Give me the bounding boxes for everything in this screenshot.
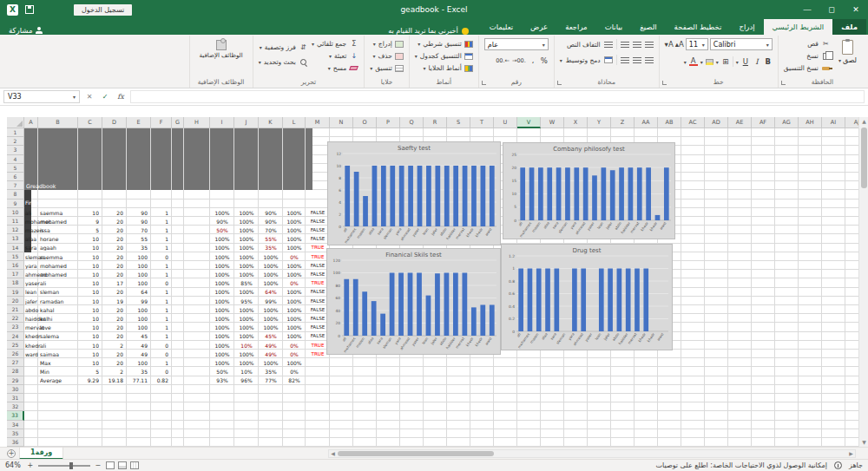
row-header-18[interactable]: 18 xyxy=(7,278,24,287)
row-header-12[interactable]: 12 xyxy=(7,226,24,234)
row-header-21[interactable]: 21 xyxy=(7,305,24,314)
add-sheet-button[interactable]: + xyxy=(7,449,16,458)
column-header-E[interactable]: E xyxy=(127,117,151,128)
scroll-down-icon[interactable]: ▼ xyxy=(859,438,868,447)
excel-logo-icon[interactable]: X xyxy=(7,4,18,16)
column-header-Z[interactable]: Z xyxy=(611,117,635,128)
zoom-level[interactable]: 64% xyxy=(5,461,21,469)
row-header-22[interactable]: 22 xyxy=(7,314,24,323)
column-header-AD[interactable]: AD xyxy=(705,117,728,128)
number-format-select[interactable]: عام▾ xyxy=(484,38,549,50)
tab-formulas[interactable]: الصيغ xyxy=(631,19,665,35)
column-header-A[interactable]: A xyxy=(24,117,38,128)
format-cells-button[interactable]: تنسيق▾ xyxy=(370,62,404,74)
comma-style-icon[interactable]: ، xyxy=(529,56,537,65)
paste-button[interactable]: لصق▾ xyxy=(834,38,861,66)
dialog-launcher-icon[interactable] xyxy=(781,81,786,85)
insert-function-icon[interactable]: fx xyxy=(115,93,127,101)
enter-icon[interactable]: ✓ xyxy=(99,93,111,101)
wrap-text-icon[interactable] xyxy=(604,42,613,48)
grow-font-button[interactable]: A▴ xyxy=(675,40,684,49)
italic-icon[interactable]: I xyxy=(753,57,761,66)
sort-filter-button[interactable]: ⇵فرز وتصفية▾ xyxy=(259,42,308,53)
align-middle-icon[interactable] xyxy=(633,42,641,48)
column-header-AB[interactable]: AB xyxy=(658,117,681,128)
row-header-27[interactable]: 27 xyxy=(7,358,24,367)
row-header-23[interactable]: 23 xyxy=(7,323,24,331)
wrap-text-button[interactable]: التفاف النص xyxy=(567,41,601,49)
column-header-S[interactable]: S xyxy=(447,117,470,128)
tab-insert[interactable]: إدراج xyxy=(730,19,763,35)
increase-decimal-icon[interactable]: .00→ xyxy=(512,57,526,64)
find-select-button[interactable]: بحث وتحديد▾ xyxy=(259,56,308,68)
normal-view-icon[interactable] xyxy=(106,461,115,469)
column-header-B[interactable]: B xyxy=(38,117,78,128)
autosum-button[interactable]: Σجمع تلقائي▾ xyxy=(312,38,358,49)
tellme-search[interactable]: أخبرني بما تريد القيام به xyxy=(388,27,468,35)
column-header-Y[interactable]: Y xyxy=(588,117,611,128)
font-size-select[interactable]: 11▾ xyxy=(686,38,708,50)
row-header-30[interactable]: 30 xyxy=(7,385,24,394)
row-header-11[interactable]: 11 xyxy=(7,217,24,226)
scroll-left-icon[interactable]: ◀ xyxy=(329,450,337,457)
chart-saefty-test[interactable]: Saefty test024681012alimohamecmazenalaas… xyxy=(327,141,501,245)
row-header-29[interactable]: 29 xyxy=(7,376,24,385)
fill-color-icon[interactable] xyxy=(706,59,713,65)
vertical-scroll-thumb[interactable] xyxy=(861,128,867,188)
share-button[interactable]: مشاركة xyxy=(9,26,43,35)
row-header-25[interactable]: 25 xyxy=(7,341,24,350)
formula-input[interactable] xyxy=(130,90,865,103)
row-header-33[interactable]: 33 xyxy=(7,411,24,420)
dialog-launcher-icon[interactable] xyxy=(482,81,486,85)
zoom-slider-knob[interactable] xyxy=(69,462,73,469)
row-header-36[interactable]: 36 xyxy=(7,438,24,447)
chart-finanical-skils-test[interactable]: Finanical Skils test020406080100120alimo… xyxy=(326,248,501,355)
column-header-U[interactable]: U xyxy=(494,117,517,128)
tab-data[interactable]: بيانات xyxy=(596,19,631,35)
row-header-26[interactable]: 26 xyxy=(7,350,24,358)
column-header-R[interactable]: R xyxy=(424,117,447,128)
row-header-1[interactable]: 1 xyxy=(7,128,24,137)
row-header-17[interactable]: 17 xyxy=(7,270,24,278)
format-painter-button[interactable]: نسخ التنسيق xyxy=(784,62,831,74)
column-header-AH[interactable]: AH xyxy=(799,117,822,128)
maximize-button[interactable]: ◻ xyxy=(819,0,844,19)
insert-cells-button[interactable]: إدراج▾ xyxy=(370,38,404,49)
row-header-5[interactable]: 5 xyxy=(7,164,24,173)
signin-button[interactable]: تسجيل الدخول xyxy=(74,4,132,16)
column-header-H[interactable]: H xyxy=(184,117,210,128)
column-header-T[interactable]: T xyxy=(470,117,494,128)
decrease-decimal-icon[interactable]: ←.00 xyxy=(496,57,510,64)
zoom-slider[interactable] xyxy=(38,465,90,467)
copy-button[interactable]: نسخ xyxy=(784,50,831,62)
cut-button[interactable]: ✂قص xyxy=(784,38,831,49)
bold-icon[interactable]: B xyxy=(764,57,773,66)
column-header-M[interactable]: M xyxy=(306,117,330,128)
accessibility-status[interactable]: إمكانية الوصول لذوي الاحتياجات الخاصة: ا… xyxy=(656,461,827,469)
save-icon[interactable] xyxy=(25,5,34,14)
align-center-icon[interactable] xyxy=(633,57,641,63)
row-header-35[interactable]: 35 xyxy=(7,429,24,438)
font-color-icon[interactable]: A xyxy=(689,57,698,66)
borders-icon[interactable]: ⊞ xyxy=(721,57,730,66)
underline-icon[interactable]: U xyxy=(741,57,750,66)
row-header-32[interactable]: 32 xyxy=(7,402,24,411)
row-header-31[interactable]: 31 xyxy=(7,394,24,402)
column-header-Q[interactable]: Q xyxy=(400,117,424,128)
column-header-L[interactable]: L xyxy=(283,117,306,128)
font-family-select[interactable]: Calibri▾ xyxy=(710,38,773,50)
column-header-I[interactable]: I xyxy=(210,117,234,128)
scroll-right-icon[interactable]: ▶ xyxy=(847,450,855,457)
shrink-font-button[interactable]: A▾ xyxy=(665,40,674,49)
row-header-28[interactable]: 28 xyxy=(7,367,24,376)
row-header-6[interactable]: 6 xyxy=(7,173,24,181)
dialog-launcher-icon[interactable] xyxy=(557,81,562,85)
zoom-out-icon[interactable]: − xyxy=(94,461,102,469)
align-left-icon[interactable] xyxy=(621,57,629,63)
minimize-button[interactable]: ― xyxy=(795,0,819,19)
row-header-2[interactable]: 2 xyxy=(7,137,24,146)
merge-center-button[interactable]: دمج وتوسيط xyxy=(566,56,601,64)
row-header-24[interactable]: 24 xyxy=(7,332,24,341)
row-header-7[interactable]: 7 xyxy=(7,181,24,190)
column-header-AG[interactable]: AG xyxy=(775,117,799,128)
